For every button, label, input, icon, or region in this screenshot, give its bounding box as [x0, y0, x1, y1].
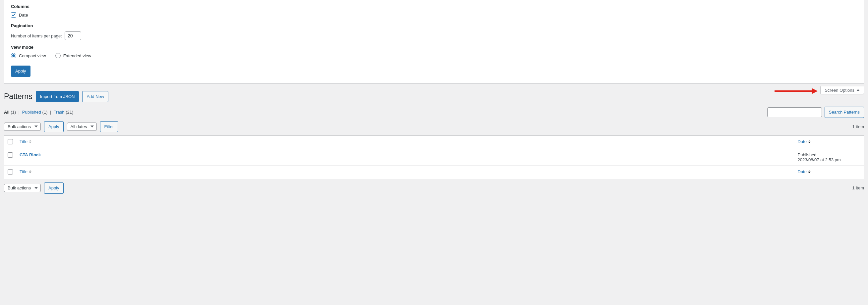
patterns-table: Title Date CTA BlockPublished2023/08/07 …: [4, 135, 864, 179]
date-column-header[interactable]: Date: [798, 139, 811, 144]
row-datetime: 2023/08/07 at 2:53 pm: [798, 157, 861, 162]
column-toggle-date[interactable]: Date: [11, 12, 28, 18]
extended-view-label: Extended view: [63, 53, 91, 58]
title-column-header[interactable]: Title: [20, 139, 31, 144]
view-mode-extended[interactable]: Extended view: [55, 53, 91, 58]
date-column-footer[interactable]: Date: [798, 169, 811, 174]
bulk-apply-button-bottom[interactable]: Apply: [44, 182, 64, 194]
screen-options-panel: Columns Date Pagination Number of items …: [4, 0, 864, 84]
screen-options-tab-label: Screen Options: [825, 88, 855, 93]
filter-trash-count: (21): [66, 110, 73, 114]
screen-options-tab[interactable]: Screen Options: [820, 87, 864, 94]
page-title: Patterns: [4, 92, 32, 101]
sort-icon: [808, 170, 811, 173]
pagination-section-label: Pagination: [11, 23, 857, 28]
date-column-checkbox[interactable]: [11, 12, 16, 18]
view-mode-compact[interactable]: Compact view: [11, 53, 46, 58]
bulk-actions-select-bottom[interactable]: Bulk actions: [4, 184, 41, 192]
filter-button[interactable]: Filter: [100, 121, 118, 132]
columns-section-label: Columns: [11, 4, 857, 9]
date-column-checkbox-label: Date: [19, 12, 28, 18]
row-status: Published: [798, 152, 861, 157]
import-json-button[interactable]: Import from JSON: [36, 91, 79, 102]
chevron-up-icon: [857, 89, 860, 91]
row-title-link[interactable]: CTA Block: [20, 152, 41, 157]
extended-view-radio[interactable]: [55, 53, 61, 58]
select-all-bottom-checkbox[interactable]: [8, 169, 13, 174]
date-filter-select[interactable]: All dates: [67, 123, 97, 131]
filter-published[interactable]: Published: [22, 110, 41, 114]
filter-all[interactable]: All: [4, 110, 10, 114]
compact-view-radio[interactable]: [11, 53, 16, 58]
items-per-page-label: Number of items per page:: [11, 33, 62, 38]
sort-icon: [29, 140, 31, 143]
select-all-top-checkbox[interactable]: [8, 139, 13, 144]
table-row: CTA BlockPublished2023/08/07 at 2:53 pm: [4, 149, 864, 166]
bulk-actions-select-top[interactable]: Bulk actions: [4, 123, 41, 131]
status-filters: All (1) | Published (1) | Trash (21): [4, 110, 73, 114]
items-count-top: 1 item: [852, 124, 864, 129]
row-checkbox[interactable]: [8, 152, 13, 158]
apply-screen-options-button[interactable]: Apply: [11, 66, 30, 77]
bulk-apply-button-top[interactable]: Apply: [44, 121, 64, 132]
sort-icon: [29, 170, 31, 173]
view-mode-section-label: View mode: [11, 45, 857, 50]
search-input[interactable]: [767, 107, 822, 117]
filter-trash[interactable]: Trash: [54, 110, 65, 114]
filter-published-count: (1): [42, 110, 48, 114]
items-count-bottom: 1 item: [852, 185, 864, 191]
sort-icon: [808, 140, 811, 143]
filter-all-count: (1): [10, 110, 16, 114]
title-column-footer[interactable]: Title: [20, 169, 31, 174]
add-new-button[interactable]: Add New: [82, 91, 108, 102]
items-per-page-input[interactable]: [65, 31, 81, 40]
compact-view-label: Compact view: [19, 53, 46, 58]
search-button[interactable]: Search Patterns: [825, 107, 864, 118]
